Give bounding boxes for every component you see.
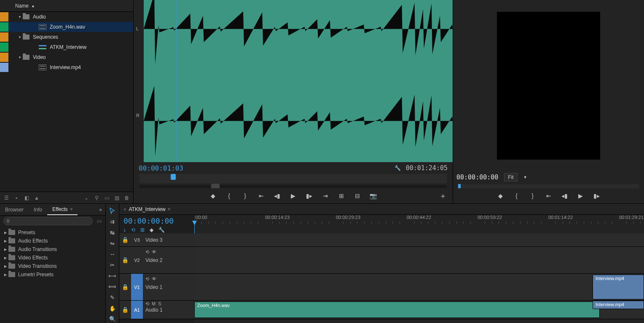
slide-tool-icon[interactable]: ⟺ [108,283,117,291]
track-header-a1[interactable]: ⟲MS 🔒 A1 Audio 1 [119,301,194,319]
go-to-in-icon[interactable]: ⇤ [545,192,553,200]
source-playhead[interactable] [177,0,177,162]
ripple-edit-tool-icon[interactable]: ↹ [108,229,117,237]
effects-search-input[interactable]: ⚲ [3,217,93,225]
source-scrub-head[interactable] [171,174,176,180]
lock-icon[interactable]: 🔒 [119,257,131,263]
program-timecode[interactable]: 00:00:00:00 [456,174,498,181]
mark-out-icon[interactable]: } [241,192,250,200]
icon-view-icon[interactable]: ▪ [13,195,19,201]
timeline-timecode[interactable]: 00:00:00:00 [123,216,190,225]
toggle-sync-lock-icon[interactable]: ⟲ [145,301,149,307]
program-scrub-head[interactable] [458,184,461,188]
play-icon[interactable]: ▶ [577,192,585,200]
effects-folder[interactable]: ▶Video Transitions [0,262,105,270]
track-select-tool-icon[interactable]: ⇉ [108,218,117,226]
lock-icon[interactable]: 🔒 [119,284,131,290]
panel-menu-icon[interactable]: ≡ [168,207,171,211]
effects-folder[interactable]: ▶Audio Transitions [0,245,105,254]
step-fwd-icon[interactable]: ▮▸ [593,192,601,200]
add-marker-icon[interactable]: ◆ [496,192,505,200]
find-icon[interactable]: ⚲ [94,195,99,201]
lane-v1[interactable]: Interview.mp4 [194,274,644,301]
clip-zoom-audio[interactable]: Zoom_H4n.wav [194,302,600,318]
list-view-icon[interactable]: ☰ [3,195,9,201]
marker-icon[interactable]: ◆ [150,227,153,233]
hand-tool-icon[interactable]: ✋ [108,304,117,312]
add-marker-icon[interactable]: ◆ [209,192,217,200]
lock-icon[interactable]: 🔒 [119,307,131,313]
effects-folder[interactable]: ▶Video Effects [0,254,105,262]
sort-icon[interactable]: ▲ [34,195,40,201]
close-icon[interactable]: × [123,207,126,212]
track-target-v2[interactable]: V2 [131,258,143,263]
clip-interview-audio[interactable]: Interview.mp4 [593,301,644,309]
track-target-v1[interactable]: V1 [131,274,143,300]
toggle-output-icon[interactable]: 👁 [152,249,156,255]
new-bin-icon[interactable]: ▭ [104,195,110,201]
track-target-v3[interactable]: V3 [131,238,143,243]
project-item[interactable]: ▼Video [0,52,133,62]
effects-folder[interactable]: ▶Lumetri Presets [0,270,105,279]
solo-icon[interactable]: S [158,301,161,307]
toggle-sync-lock-icon[interactable]: ⟲ [145,249,149,255]
caret-icon[interactable]: ▼ [18,15,22,19]
track-lanes[interactable]: Interview.mp4 Zoom_H4n.wav Interview.mp4 [194,233,644,323]
zoom-tool-icon[interactable]: 🔍 [108,315,117,323]
source-scrub-bar[interactable] [140,174,447,183]
track-header-v3[interactable]: 🔒 V3 Video 3 [119,233,194,247]
new-bin-icon[interactable]: ▭ [96,218,102,224]
mark-out-icon[interactable]: } [529,192,537,200]
caret-icon[interactable]: ▼ [18,35,22,39]
settings-icon[interactable]: 🔧 [158,227,165,233]
go-to-in-icon[interactable]: ⇤ [257,192,266,200]
lane-v3[interactable] [194,233,644,247]
rolling-edit-tool-icon[interactable]: ⇋ [108,240,117,248]
source-zoom-bar[interactable] [140,185,447,188]
toggle-sync-lock-icon[interactable]: ⟲ [145,276,149,282]
tab-browser[interactable]: Browser [0,204,29,215]
add-marker-icon[interactable]: ⊞ [140,227,145,233]
new-item-icon[interactable]: ▤ [114,195,120,201]
panel-menu-icon[interactable]: ≡ [70,207,73,211]
track-header-v2[interactable]: ⟲👁 🔒 V2 Video 2 [119,247,194,274]
column-header-name[interactable]: Name ▲ [0,0,133,12]
slip-tool-icon[interactable]: ⟷ [108,272,117,280]
tab-info[interactable]: Info [29,204,47,215]
toggle-output-icon[interactable]: 👁 [152,276,156,282]
zoom-select[interactable]: Fit [504,173,517,182]
project-item[interactable]: Zoom_H4n.wav [0,22,133,32]
track-header-v1[interactable]: ⟲👁 🔒 V1 Video 1 [119,274,194,301]
lane-a1[interactable]: Zoom_H4n.wav Interview.mp4 [194,301,644,319]
export-frame-icon[interactable]: 📷 [369,192,378,200]
selection-tool-icon[interactable] [108,207,117,215]
project-item[interactable]: ▼Audio [0,12,133,22]
waveform-display[interactable]: L R [144,0,453,162]
insert-icon[interactable]: ⊞ [337,192,346,200]
pen-tool-icon[interactable]: ✎ [108,294,117,302]
mark-in-icon[interactable]: { [225,192,233,200]
lane-v2[interactable] [194,247,644,274]
linked-selection-icon[interactable]: ⟲ [131,227,135,233]
caret-icon[interactable]: ▼ [18,56,22,59]
step-back-icon[interactable]: ◂▮ [561,192,569,200]
auto-matching-icon[interactable]: ⌄ [83,195,89,201]
mute-icon[interactable]: M [152,301,156,307]
chevron-down-icon[interactable]: ▼ [523,175,527,179]
step-fwd-icon[interactable]: ▮▸ [305,192,314,200]
rate-stretch-tool-icon[interactable]: ↔ [108,251,117,259]
step-back-icon[interactable]: ◂▮ [273,192,282,200]
project-item[interactable]: ▼Sequences [0,32,133,42]
snap-toggle-icon[interactable]: ⫰ [123,227,126,233]
clip-interview-video[interactable]: Interview.mp4 [593,275,644,299]
effects-folder[interactable]: ▶Presets [0,228,105,237]
project-item[interactable]: ATKM_Interview [0,42,133,52]
razor-tool-icon[interactable]: ✂ [108,261,117,269]
lock-icon[interactable]: 🔒 [119,237,131,243]
overwrite-icon[interactable]: ⊟ [353,192,362,200]
button-editor-icon[interactable]: ＋ [439,191,447,201]
play-icon[interactable]: ▶ [289,192,298,200]
project-item[interactable]: Interview.mp4 [0,62,133,72]
freeform-view-icon[interactable]: ◧ [24,195,30,201]
mark-in-icon[interactable]: { [513,192,521,200]
